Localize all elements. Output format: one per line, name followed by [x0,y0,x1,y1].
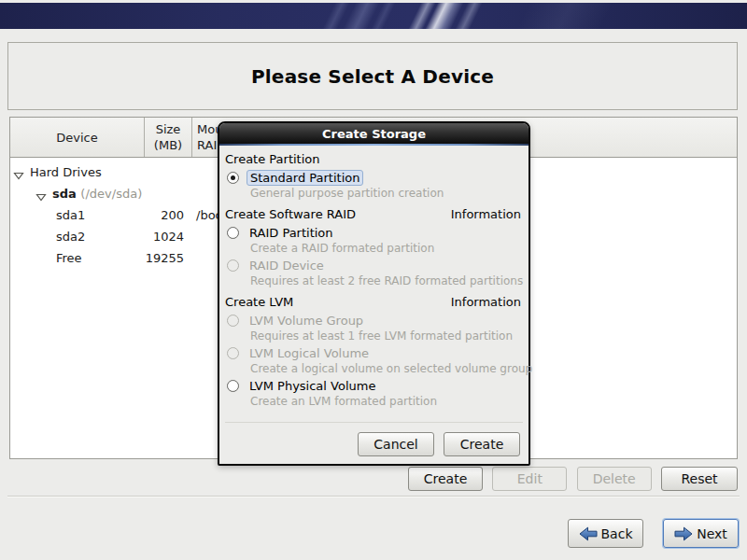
next-button[interactable]: Next [663,519,739,548]
create-button[interactable]: Create [408,467,483,491]
section-create-software-raid: Create Software RAID Information [225,206,521,222]
banner-streak [514,3,616,29]
device-path: (/dev/sda) [80,187,142,201]
top-banner [0,3,747,29]
radio-row-raid-partition[interactable]: RAID Partition [225,224,521,241]
wizard-nav: Back Next [568,519,739,548]
dialog-body: Create Partition Standard Partition Gene… [219,146,529,408]
delete-button: Delete [577,467,652,491]
option-description: Requires at least 1 free LVM formated pa… [250,329,521,343]
row-size: 19255 [144,251,184,265]
radio-row-lvm-logical-volume: LVM Logical Volume [225,344,521,361]
dialog-titlebar[interactable]: Create Storage [219,123,529,144]
option-description: General purpose partition creation [250,187,521,200]
radio-icon[interactable] [227,227,239,239]
section-create-lvm: Create LVM Information [225,294,521,310]
column-header-device[interactable]: Device [10,118,144,157]
next-arrow-icon [674,526,693,541]
section-create-partition: Create Partition [225,151,521,167]
edit-button: Edit [492,467,567,491]
radio-disabled-icon [227,259,239,272]
radio-disabled-icon [227,347,239,359]
option-description: Create a logical volume on selected volu… [250,362,521,375]
radio-icon[interactable] [227,380,239,392]
dialog-footer: Cancel Create [358,432,520,456]
row-size: 200 [144,208,184,222]
lvm-information-label: Information [451,294,521,310]
radio-row-lvm-physical-volume[interactable]: LVM Physical Volume [225,377,521,394]
row-label: sda2 [56,230,85,244]
page-title-box: Please Select A Device [7,42,738,110]
row-size: 1024 [144,230,184,244]
reset-button[interactable]: Reset [661,467,738,491]
row-label: Hard Drives [30,165,102,179]
storage-actions: Create Edit Delete Reset [408,467,738,491]
option-description: Create a RAID formated partition [250,242,521,255]
expander-open-icon[interactable] [35,190,47,204]
option-description: Requires at least 2 free RAID formated p… [250,274,521,287]
dialog-separator [225,422,523,423]
back-arrow-icon [579,526,598,541]
radio-disabled-icon [227,315,239,327]
back-button[interactable]: Back [568,519,643,548]
row-label: Free [56,251,82,265]
dialog-create-button[interactable]: Create [444,432,520,456]
column-header-size[interactable]: Size (MB) [144,118,191,157]
raid-information-label: Information [451,206,521,222]
create-storage-dialog: Create Storage Create Partition Standard… [218,121,530,466]
radio-row-lvm-volume-group: LVM Volume Group [225,312,521,329]
radio-row-standard-partition[interactable]: Standard Partition [225,169,521,186]
divider [7,496,740,497]
dialog-cancel-button[interactable]: Cancel [358,432,434,456]
row-label: sda1 [56,208,85,222]
dialog-title: Create Storage [322,127,426,141]
radio-row-raid-device: RAID Device [225,257,521,273]
radio-selected-icon[interactable] [227,172,239,184]
page-title: Please Select A Device [251,65,494,88]
option-description: Create an LVM formated partition [250,395,521,408]
row-label: sda (/dev/sda) [52,187,142,201]
expander-open-icon[interactable] [13,169,24,183]
